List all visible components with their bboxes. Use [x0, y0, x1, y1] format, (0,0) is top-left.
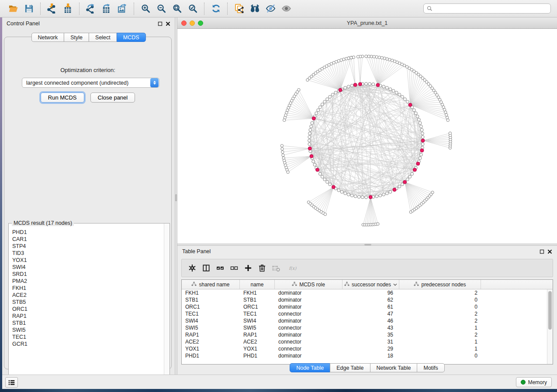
mcds-result-item[interactable]: YOX1 [12, 257, 163, 264]
tree-icon [414, 282, 419, 288]
table-row[interactable]: ORC1ORC1dominator610 [182, 303, 553, 310]
column-header-successor-nodes[interactable]: successor nodes [343, 280, 399, 289]
list-menu-icon [8, 379, 15, 385]
cell-predecessor_nodes: 0 [399, 304, 481, 310]
close-panel-button[interactable]: Close panel [90, 93, 135, 103]
import-network-file-button[interactable] [45, 2, 59, 15]
mcds-result-item[interactable]: PMA2 [12, 278, 163, 285]
table-row[interactable]: ACE2ACE2connector311 [182, 338, 553, 345]
cell-shared_name: FKH1 [182, 290, 240, 296]
tab-network[interactable]: Network [31, 33, 64, 42]
mcds-result-item[interactable]: RAP1 [12, 313, 163, 320]
table-row[interactable]: RAP1RAP1dominator352 [182, 331, 553, 338]
mcds-result-item[interactable]: STB5 [12, 299, 163, 306]
tab-network-table[interactable]: Network Table [370, 363, 418, 372]
refresh-layout-button[interactable] [209, 2, 222, 15]
show-columns-button[interactable] [200, 261, 212, 275]
hide-visibility-button[interactable] [264, 2, 277, 15]
mcds-result-item[interactable]: STP4 [12, 243, 163, 250]
export-table-button[interactable] [100, 2, 113, 15]
node-table-scrollbar-thumb[interactable] [548, 291, 552, 330]
tab-select[interactable]: Select [89, 33, 117, 42]
memory-button[interactable]: Memory [516, 377, 552, 387]
table-row[interactable]: FKH1FKH1dominator962 [182, 289, 553, 296]
table-row[interactable]: SWI5SWI5connector431 [182, 324, 553, 331]
fit-content-button[interactable] [170, 2, 183, 15]
mcds-result-item[interactable]: TID3 [12, 250, 163, 257]
table-row[interactable]: YOX1YOX1connector291 [182, 345, 553, 352]
table-settings-icon [188, 264, 197, 272]
mcds-result-groupbox: MCDS result (17 nodes) PHD1CAR1STP4TID3Y… [8, 223, 170, 385]
mcds-result-item[interactable]: SWI4 [12, 264, 163, 271]
table-settings-button[interactable] [186, 261, 198, 275]
window-minimize-button[interactable] [190, 21, 195, 26]
zoom-in-button[interactable] [139, 2, 152, 15]
main-toolbar [0, 0, 557, 17]
show-visibility-button[interactable] [280, 2, 293, 15]
select-all-columns-button[interactable] [214, 261, 226, 275]
cell-name: STB1 [240, 297, 275, 303]
mcds-result-item[interactable]: SRD1 [12, 271, 163, 278]
float-table-panel-icon[interactable] [540, 249, 544, 254]
zoom-out-button[interactable] [155, 2, 168, 15]
mcds-result-item[interactable]: PHD1 [12, 229, 163, 236]
mcds-result-item[interactable]: GCR1 [12, 340, 163, 347]
export-network-button[interactable] [84, 2, 97, 15]
tab-mcds[interactable]: MCDS [117, 33, 146, 42]
column-header-name[interactable]: name [240, 280, 275, 289]
cell-mcds_role: connector [275, 311, 343, 317]
column-header-predecessor-nodes[interactable]: predecessor nodes [399, 280, 481, 289]
table-row[interactable]: SWI4SWI4dominator462 [182, 317, 553, 324]
save-session-button[interactable] [22, 2, 35, 15]
window-close-button[interactable] [181, 21, 187, 26]
mcds-result-item[interactable]: ORC1 [12, 306, 163, 313]
mcds-result-item[interactable]: ACE2 [12, 292, 163, 299]
optimization-criterion-select[interactable]: largest connected component (undirected) [22, 78, 159, 88]
export-image-button[interactable] [116, 2, 129, 15]
window-zoom-button[interactable] [198, 21, 203, 26]
optimization-criterion-label: Optimization criterion: [4, 67, 171, 73]
export-table-icon [102, 3, 112, 14]
tab-edge-table[interactable]: Edge Table [330, 363, 370, 372]
tab-style[interactable]: Style [64, 33, 89, 42]
deselect-all-columns-icon [230, 264, 239, 272]
add-column-button[interactable] [242, 261, 254, 275]
cell-successor_nodes: 61 [343, 304, 399, 310]
run-mcds-button[interactable]: Run MCDS [41, 93, 84, 103]
deselect-all-columns-button[interactable] [228, 261, 240, 275]
close-table-panel-icon[interactable] [547, 249, 552, 254]
tab-motifs[interactable]: Motifs [417, 363, 444, 372]
node-table-scrollbar[interactable] [547, 289, 553, 364]
vertical-splitter-handle[interactable] [175, 194, 177, 201]
mcds-result-scrollbar[interactable] [164, 224, 170, 385]
find-button[interactable] [248, 2, 261, 15]
open-file-button[interactable] [7, 2, 20, 15]
float-panel-icon[interactable] [158, 21, 163, 26]
desktop-wallpaper-bottom [0, 389, 557, 392]
zoom-selected-button[interactable] [186, 2, 199, 15]
table-row[interactable]: TEC1TEC1connector472 [182, 310, 553, 317]
new-network-from-selection-icon [234, 3, 244, 14]
export-image-icon [118, 3, 128, 14]
column-header-shared-name[interactable]: shared name [182, 280, 240, 289]
status-menu-button[interactable] [5, 377, 18, 388]
function-builder-icon: f(x) [288, 264, 297, 272]
table-row[interactable]: STB1STB1dominator620 [182, 296, 553, 303]
mcds-result-item[interactable]: CAR1 [12, 236, 163, 243]
hide-visibility-icon [266, 3, 276, 14]
horizontal-splitter-handle[interactable] [364, 244, 371, 245]
import-table-file-button[interactable] [61, 2, 74, 15]
mcds-result-item[interactable]: FKH1 [12, 285, 163, 292]
table-row[interactable]: PHD1PHD1dominator180 [182, 352, 553, 359]
column-header-MCDS-role[interactable]: MCDS role [275, 280, 343, 289]
tab-node-table[interactable]: Node Table [290, 363, 330, 372]
close-panel-icon[interactable] [166, 21, 170, 26]
mcds-result-item[interactable]: TEC1 [12, 334, 163, 340]
network-graph[interactable] [177, 29, 557, 244]
mcds-result-list[interactable]: PHD1CAR1STP4TID3YOX1SWI4SRD1PMA2FKH1ACE2… [9, 226, 163, 384]
search-input[interactable] [435, 5, 547, 12]
new-network-from-selection-button[interactable] [232, 2, 246, 15]
delete-column-button[interactable] [256, 261, 268, 275]
mcds-result-item[interactable]: SWI5 [12, 327, 163, 334]
mcds-result-item[interactable]: STB1 [12, 320, 163, 327]
